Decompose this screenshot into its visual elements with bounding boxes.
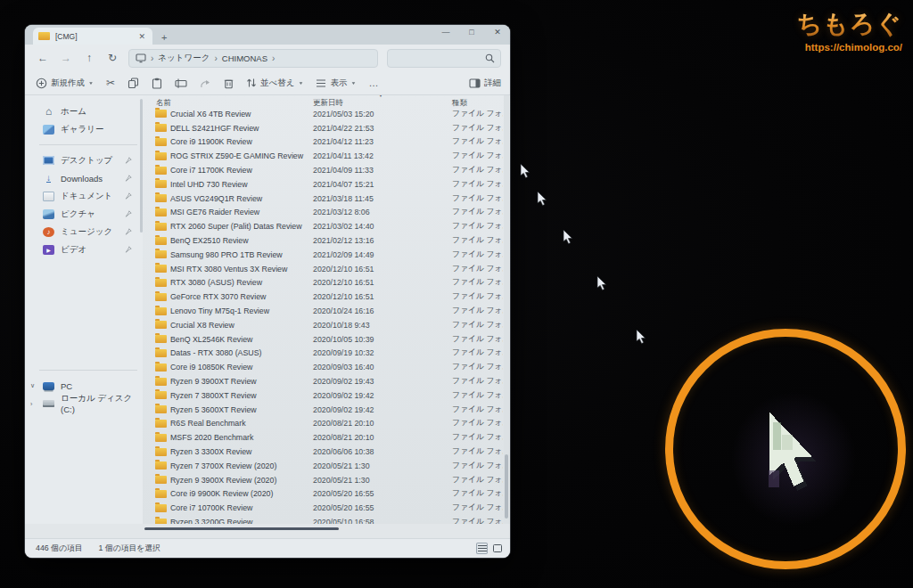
sidebar-item-icon xyxy=(43,245,54,255)
expander-icon[interactable]: ∨ xyxy=(30,382,37,389)
file-name: Core i9 11900K Review xyxy=(170,137,252,146)
back-button[interactable]: ← xyxy=(36,52,50,64)
table-row[interactable]: Ryzen 5 3600XT Review 2020/09/02 19:42 フ… xyxy=(143,403,503,417)
table-row[interactable]: Core i9 9900K Review (2020) 2020/05/20 1… xyxy=(143,487,503,502)
sidebar-item[interactable]: Downloads xyxy=(34,169,139,187)
sidebar-item[interactable]: ホーム xyxy=(34,102,139,120)
breadcrumb-separator: › xyxy=(214,53,217,63)
sidebar-item-label: ピクチャ xyxy=(61,208,95,220)
folder-icon xyxy=(155,223,167,231)
table-row[interactable]: R6S Real Benchmark 2020/08/21 20:10 ファイル… xyxy=(143,417,503,431)
sidebar-tree-item[interactable]: › ローカル ディスク (C:) xyxy=(34,395,139,412)
table-row[interactable]: Datas - RTX 3080 (ASUS) 2020/09/19 10:32… xyxy=(143,347,503,361)
table-row[interactable]: Ryzen 3 3200G Review 2020/05/10 16:58 ファ… xyxy=(143,515,503,524)
sidebar-item[interactable]: ギャラリー xyxy=(34,120,139,138)
table-row[interactable]: Lenovo Tiny M75q-1 Review 2020/10/24 16:… xyxy=(143,304,503,318)
view-button[interactable]: 表示▼ xyxy=(316,78,356,89)
folder-icon xyxy=(155,504,167,512)
title-bar[interactable]: [CMG] ✕ + — □ ✕ xyxy=(25,25,510,45)
forward-button[interactable]: → xyxy=(59,52,73,64)
close-button[interactable]: ✕ xyxy=(492,28,503,37)
details-pane-button[interactable]: 詳細 xyxy=(469,78,501,89)
folder-icon xyxy=(155,335,167,343)
table-row[interactable]: RTX 2060 Super (Palit) Datas Review 2021… xyxy=(143,219,503,233)
file-name: Core i7 11700K Review xyxy=(170,166,252,175)
table-row[interactable]: DELL S2421HGF Review 2021/04/22 21:53 ファ… xyxy=(143,121,503,135)
sidebar-item[interactable]: デスクトップ xyxy=(34,151,139,169)
table-row[interactable]: Ryzen 7 3700X Review (2020) 2020/05/21 1… xyxy=(143,459,503,473)
table-row[interactable]: ROG STRIX Z590-E GAMING Review 2021/04/1… xyxy=(143,149,503,163)
paste-icon[interactable] xyxy=(152,78,162,89)
file-name: Ryzen 3 3200G Review xyxy=(170,518,252,524)
sidebar-item[interactable]: ミュージック xyxy=(34,223,139,241)
table-row[interactable]: Ryzen 9 3900X Review (2020) 2020/05/21 1… xyxy=(143,473,503,487)
table-row[interactable]: Core i7 11700K Review 2021/04/09 11:33 フ… xyxy=(143,163,503,177)
horizontal-scrollbar-thumb[interactable] xyxy=(144,527,339,530)
sidebar-item[interactable]: ビデオ xyxy=(34,241,139,258)
rename-icon[interactable] xyxy=(175,78,187,89)
table-row[interactable]: MSI RTX 3080 Ventus 3X Review 2020/12/10… xyxy=(143,262,503,276)
new-button[interactable]: 新規作成▼ xyxy=(36,78,94,89)
table-row[interactable]: BenQ EX2510 Review 2021/02/12 13:16 ファイル… xyxy=(143,233,503,248)
file-type: ファイル フォルダー xyxy=(452,517,503,524)
table-row[interactable]: GeForce RTX 3070 Review 2020/12/10 16:51… xyxy=(143,290,503,304)
folder-icon xyxy=(155,250,167,258)
table-row[interactable]: Core i7 10700K Review 2020/05/20 16:55 フ… xyxy=(143,501,503,515)
file-name: Samsung 980 PRO 1TB Review xyxy=(170,250,283,259)
pin-icon xyxy=(125,245,132,255)
table-row[interactable]: ASUS VG249Q1R Review 2021/03/18 11:45 ファ… xyxy=(143,192,503,206)
file-date-modified: 2020/12/10 16:51 xyxy=(313,265,374,274)
pin-icon xyxy=(125,227,132,237)
expander-icon[interactable]: › xyxy=(30,401,37,407)
vertical-scrollbar[interactable] xyxy=(504,95,509,524)
delete-icon[interactable] xyxy=(224,78,234,89)
sidebar-item[interactable]: ドキュメント xyxy=(34,187,139,205)
file-date-modified: 2021/04/11 13:42 xyxy=(313,151,374,160)
address-bar[interactable]: › ネットワーク › CHIMONAS › xyxy=(128,49,378,68)
table-row[interactable]: BenQ XL2546K Review 2020/10/05 10:39 ファイ… xyxy=(143,332,503,347)
file-type: ファイル フォルダー xyxy=(452,362,503,372)
table-row[interactable]: Ryzen 9 3900XT Review 2020/09/02 19:43 フ… xyxy=(143,374,503,388)
table-row[interactable]: Intel UHD 730 Review 2021/04/07 15:21 ファ… xyxy=(143,177,503,192)
maximize-button[interactable]: □ xyxy=(466,28,477,37)
table-row[interactable]: Core i9 10850K Review 2020/09/03 16:40 フ… xyxy=(143,360,503,374)
folder-icon xyxy=(155,110,167,118)
item-count: 446 個の項目 xyxy=(36,543,83,554)
copy-icon[interactable] xyxy=(127,78,139,89)
table-row[interactable]: Ryzen 7 3800XT Review 2020/09/02 19:42 フ… xyxy=(143,388,503,403)
breadcrumb-chimonas[interactable]: CHIMONAS xyxy=(222,53,267,63)
file-name: Crucial X8 Review xyxy=(170,321,234,330)
table-row[interactable]: Crucial X6 4TB Review 2021/05/03 15:20 フ… xyxy=(143,107,503,121)
cut-icon[interactable]: ✂ xyxy=(106,77,115,89)
share-icon[interactable] xyxy=(200,78,211,89)
table-row[interactable]: Samsung 980 PRO 1TB Review 2021/02/09 14… xyxy=(143,248,503,262)
sidebar-item-label: ビデオ xyxy=(61,244,86,256)
thumbnail-view-toggle[interactable] xyxy=(491,543,503,554)
file-type: ファイル フォルダー xyxy=(452,320,503,331)
file-name: MSFS 2020 Benchmark xyxy=(170,433,253,442)
sidebar-item[interactable]: ピクチャ xyxy=(34,205,139,223)
horizontal-scrollbar[interactable] xyxy=(25,524,510,538)
refresh-button[interactable]: ↻ xyxy=(105,52,119,64)
breadcrumb-network[interactable]: ネットワーク xyxy=(158,53,210,64)
table-row[interactable]: Crucial X8 Review 2020/10/18 9:43 ファイル フ… xyxy=(143,318,503,332)
table-row[interactable]: Core i9 11900K Review 2021/04/12 11:23 フ… xyxy=(143,135,503,150)
table-row[interactable]: Ryzen 3 3300X Review 2020/06/06 10:38 ファ… xyxy=(143,445,503,459)
sort-button[interactable]: 並べ替え▼ xyxy=(246,78,303,89)
up-button[interactable]: ↑ xyxy=(82,52,96,64)
table-row[interactable]: RTX 3080 (ASUS) Review 2020/12/10 16:51 … xyxy=(143,276,503,290)
tab-close-icon[interactable]: ✕ xyxy=(136,32,147,41)
file-type: ファイル フォルダー xyxy=(452,193,503,204)
more-options-icon[interactable]: … xyxy=(368,78,379,88)
explorer-tab[interactable]: [CMG] ✕ xyxy=(33,28,152,45)
minimize-button[interactable]: — xyxy=(440,28,451,37)
sidebar-tree-item[interactable]: ∨ PC xyxy=(34,377,139,395)
search-input[interactable] xyxy=(387,49,501,68)
table-row[interactable]: MSFS 2020 Benchmark 2020/08/21 20:10 ファイ… xyxy=(143,430,503,445)
details-view-toggle[interactable] xyxy=(476,543,488,554)
folder-icon xyxy=(155,363,167,372)
details-pane-icon xyxy=(469,78,481,88)
table-row[interactable]: MSI GE76 Raider Review 2021/03/12 8:06 フ… xyxy=(143,206,503,220)
navigation-pane: ホーム ギャラリー デスクトップ xyxy=(25,95,143,524)
new-tab-button[interactable]: + xyxy=(161,32,167,45)
